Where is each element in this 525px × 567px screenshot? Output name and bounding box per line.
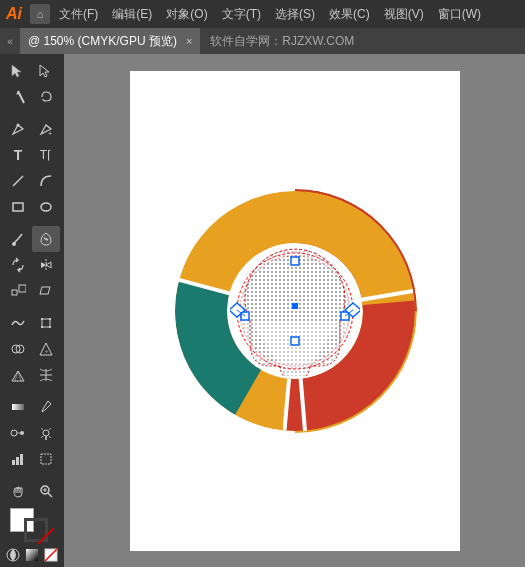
gradient-mode-button[interactable] bbox=[24, 547, 40, 563]
shape-builder-tool[interactable] bbox=[4, 336, 32, 362]
svg-rect-9 bbox=[12, 290, 17, 295]
rotate-tool[interactable] bbox=[4, 252, 32, 278]
color-mode-button[interactable] bbox=[5, 547, 21, 563]
free-transform-tool[interactable] bbox=[32, 310, 60, 336]
stroke-fill-area bbox=[10, 508, 54, 544]
svg-rect-33 bbox=[16, 457, 19, 465]
menu-text[interactable]: 文字(T) bbox=[217, 4, 266, 25]
svg-point-27 bbox=[11, 430, 17, 436]
gradient-tool[interactable] bbox=[4, 394, 32, 420]
column-graph-tool[interactable] bbox=[4, 446, 32, 472]
svg-rect-34 bbox=[20, 454, 23, 465]
warp-tool[interactable] bbox=[4, 310, 32, 336]
active-tab[interactable]: @ 150% (CMYK/GPU 预览) × bbox=[20, 28, 200, 54]
main-content: + T T⌈ bbox=[0, 54, 525, 567]
svg-rect-12 bbox=[42, 319, 50, 327]
toolbar: + T T⌈ bbox=[0, 54, 64, 567]
svg-text:+: + bbox=[45, 348, 49, 354]
svg-point-2 bbox=[17, 124, 20, 127]
svg-rect-25 bbox=[12, 404, 24, 410]
menu-file[interactable]: 文件(F) bbox=[54, 4, 103, 25]
svg-rect-5 bbox=[13, 203, 23, 211]
svg-rect-61 bbox=[291, 337, 299, 345]
menu-window[interactable]: 窗口(W) bbox=[433, 4, 486, 25]
ellipse-tool[interactable] bbox=[32, 194, 60, 220]
none-mode-button[interactable] bbox=[43, 547, 59, 563]
svg-rect-10 bbox=[19, 285, 26, 292]
svg-point-6 bbox=[41, 203, 51, 211]
menu-select[interactable]: 选择(S) bbox=[270, 4, 320, 25]
paintbrush-tool[interactable] bbox=[4, 226, 32, 252]
svg-rect-15 bbox=[41, 326, 43, 328]
mesh-tool[interactable] bbox=[32, 362, 60, 388]
svg-rect-13 bbox=[41, 318, 43, 320]
home-button[interactable]: ⌂ bbox=[30, 4, 50, 24]
artboard bbox=[130, 71, 460, 551]
direct-selection-tool[interactable] bbox=[32, 58, 60, 84]
perspective-grid-tool[interactable] bbox=[4, 362, 32, 388]
pen-tool[interactable] bbox=[4, 116, 32, 142]
svg-rect-14 bbox=[49, 318, 51, 320]
symbol-sprayer-tool[interactable] bbox=[32, 420, 60, 446]
color-area: ••• bbox=[1, 504, 63, 567]
lasso-tool[interactable] bbox=[32, 84, 60, 110]
svg-rect-42 bbox=[26, 549, 38, 561]
area-type-tool[interactable]: T⌈ bbox=[32, 142, 60, 168]
donut-chart[interactable] bbox=[165, 181, 425, 441]
svg-point-30 bbox=[43, 430, 49, 436]
svg-line-26 bbox=[48, 401, 51, 404]
magic-wand-tool[interactable] bbox=[4, 84, 32, 110]
add-anchor-tool[interactable]: + bbox=[32, 116, 60, 142]
svg-marker-20 bbox=[12, 371, 24, 381]
selection-tool[interactable] bbox=[4, 58, 32, 84]
hand-tool[interactable] bbox=[4, 478, 32, 504]
svg-line-37 bbox=[48, 493, 52, 497]
blob-brush-tool[interactable] bbox=[32, 226, 60, 252]
color-mode-row bbox=[5, 547, 59, 563]
svg-rect-62 bbox=[292, 303, 298, 309]
selection-shape[interactable] bbox=[230, 246, 360, 376]
menu-view[interactable]: 视图(V) bbox=[379, 4, 429, 25]
shear-tool[interactable] bbox=[32, 278, 60, 304]
svg-rect-16 bbox=[49, 326, 51, 328]
menu-edit[interactable]: 编辑(E) bbox=[107, 4, 157, 25]
tab-close-button[interactable]: × bbox=[186, 35, 192, 47]
title-bar: Ai ⌂ 文件(F) 编辑(E) 对象(O) 文字(T) 选择(S) 效果(C)… bbox=[0, 0, 525, 28]
tab-website-label: 软件自学网：RJZXW.COM bbox=[210, 33, 354, 50]
svg-rect-11 bbox=[40, 287, 50, 294]
blend-tool[interactable] bbox=[4, 420, 32, 446]
menu-effect[interactable]: 效果(C) bbox=[324, 4, 375, 25]
svg-point-7 bbox=[12, 242, 16, 246]
tab-bar: « @ 150% (CMYK/GPU 预览) × 软件自学网：RJZXW.COM bbox=[0, 28, 525, 54]
menu-object[interactable]: 对象(O) bbox=[161, 4, 212, 25]
svg-line-40 bbox=[38, 528, 54, 544]
svg-rect-58 bbox=[291, 257, 299, 265]
svg-rect-35 bbox=[41, 454, 51, 464]
type-tool[interactable]: T bbox=[4, 142, 32, 168]
zoom-tool[interactable] bbox=[32, 478, 60, 504]
svg-text:+: + bbox=[48, 130, 52, 137]
ai-logo: Ai bbox=[6, 5, 22, 23]
eyedropper-tool[interactable] bbox=[32, 394, 60, 420]
svg-point-28 bbox=[20, 431, 24, 435]
live-paint-tool[interactable]: + bbox=[32, 336, 60, 362]
arc-tool[interactable] bbox=[32, 168, 60, 194]
line-tool[interactable] bbox=[4, 168, 32, 194]
tab-expand-button[interactable]: « bbox=[0, 28, 20, 54]
svg-rect-32 bbox=[12, 460, 15, 465]
svg-line-4 bbox=[13, 176, 23, 186]
rectangle-tool[interactable] bbox=[4, 194, 32, 220]
canvas-area bbox=[64, 54, 525, 567]
reflect-tool[interactable] bbox=[32, 252, 60, 278]
artboard-tool[interactable] bbox=[32, 446, 60, 472]
scale-tool[interactable] bbox=[4, 278, 32, 304]
tab-title: @ 150% (CMYK/GPU 预览) bbox=[28, 33, 177, 50]
